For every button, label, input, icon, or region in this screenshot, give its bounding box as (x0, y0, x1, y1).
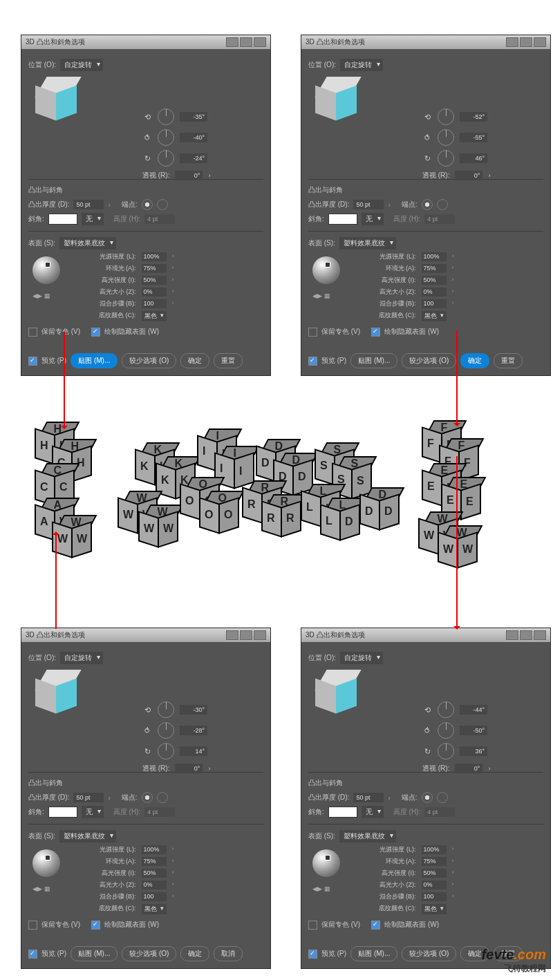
light-buttons[interactable]: ◀▶ ▦ (32, 292, 50, 299)
map-art-button[interactable]: 贴图 (M)... (71, 353, 118, 368)
rot-x-input[interactable]: -35° (180, 112, 207, 122)
surface-dropdown[interactable]: 塑料效果底纹 (59, 830, 116, 842)
surface-dropdown[interactable]: 塑料效果底纹 (339, 237, 396, 249)
reset-button[interactable]: 重置 (494, 353, 523, 368)
close-icon[interactable] (534, 630, 546, 640)
letter-block[interactable]: L L D (320, 498, 362, 543)
rot-z-dial[interactable] (438, 743, 454, 760)
titlebar[interactable]: 3D 凸出和斜角选项 (21, 35, 270, 49)
rot-y-dial[interactable] (438, 129, 454, 146)
min-icon[interactable] (506, 37, 518, 47)
depth-input[interactable]: 50 pt (73, 200, 104, 209)
preview-checkbox[interactable] (28, 357, 37, 366)
light-sphere[interactable] (312, 256, 340, 284)
cap-off-icon[interactable] (437, 792, 448, 803)
shade-color-dropdown[interactable]: 黑色 (422, 311, 447, 321)
arrow-icon[interactable]: › (108, 794, 110, 802)
rot-z-input[interactable]: -24° (180, 153, 207, 163)
fewer-options-button[interactable]: 较少选项 (O) (402, 353, 456, 368)
letter-block[interactable]: O O O (199, 491, 241, 536)
ambient-input[interactable]: 75% (142, 264, 167, 273)
light-buttons[interactable]: ◀▶ ▦ (312, 885, 330, 892)
rot-x-input[interactable]: -44° (460, 705, 487, 715)
highlight-intensity-input[interactable]: 50% (422, 276, 447, 285)
cap-off-icon[interactable] (157, 792, 168, 803)
max-icon[interactable] (240, 37, 252, 47)
cancel-button[interactable]: 取消 (214, 946, 243, 961)
min-icon[interactable] (226, 630, 238, 640)
blend-steps-input[interactable]: 100 (422, 892, 447, 901)
arrow-icon[interactable]: › (452, 845, 454, 854)
arrow-icon[interactable]: › (452, 276, 454, 285)
surface-dropdown[interactable]: 塑料效果底纹 (339, 830, 396, 842)
preview-checkbox[interactable] (308, 950, 317, 959)
light-intensity-input[interactable]: 100% (142, 252, 167, 261)
rot-x-dial[interactable] (158, 701, 174, 718)
perspective-input[interactable]: 0° (455, 764, 482, 773)
blend-steps-input[interactable]: 100 (142, 299, 167, 308)
surface-dropdown[interactable]: 塑料效果底纹 (59, 237, 116, 249)
close-icon[interactable] (254, 630, 266, 640)
depth-input[interactable]: 50 pt (353, 200, 384, 209)
bevel-swatch[interactable] (48, 807, 77, 818)
arrow-icon[interactable]: › (172, 869, 174, 878)
rot-z-input[interactable]: 46° (460, 153, 487, 163)
perspective-input[interactable]: 0° (175, 764, 203, 773)
highlight-intensity-input[interactable]: 50% (142, 869, 167, 878)
draw-hidden-checkbox[interactable] (91, 921, 100, 930)
cap-off-icon[interactable] (437, 199, 448, 210)
rot-y-dial[interactable] (158, 129, 174, 146)
light-sphere[interactable] (32, 849, 60, 877)
bevel-swatch[interactable] (48, 214, 77, 225)
letter-block[interactable]: W W W (52, 515, 93, 560)
rot-y-input[interactable]: -40° (180, 133, 207, 142)
cap-on-icon[interactable] (142, 199, 153, 210)
bevel-dropdown[interactable]: 无 (362, 806, 384, 818)
rot-x-input[interactable]: -52° (460, 112, 487, 122)
max-icon[interactable] (520, 37, 532, 47)
rot-z-dial[interactable] (158, 150, 174, 167)
highlight-size-input[interactable]: 0% (142, 880, 167, 889)
highlight-size-input[interactable]: 0% (422, 880, 447, 889)
perspective-input[interactable]: 0° (175, 171, 203, 180)
letter-block[interactable]: W W W (438, 525, 479, 571)
rot-y-input[interactable]: -55° (460, 133, 487, 142)
rot-x-input[interactable]: -30° (180, 705, 207, 715)
min-icon[interactable] (506, 630, 518, 640)
preview-checkbox[interactable] (28, 950, 37, 959)
fewer-options-button[interactable]: 较少选项 (O) (122, 946, 176, 961)
light-buttons[interactable]: ◀▶ ▦ (312, 292, 330, 299)
arrow-icon[interactable]: › (452, 252, 454, 261)
light-intensity-input[interactable]: 100% (142, 845, 167, 854)
rot-x-dial[interactable] (438, 109, 454, 125)
arrow-icon[interactable]: › (388, 201, 390, 209)
preserve-spot-checkbox[interactable] (28, 921, 37, 930)
titlebar[interactable]: 3D 凸出和斜角选项 (301, 628, 550, 642)
arrow-icon[interactable]: › (452, 299, 454, 308)
titlebar[interactable]: 3D 凸出和斜角选项 (21, 628, 270, 642)
cap-on-icon[interactable] (422, 199, 433, 210)
min-icon[interactable] (226, 37, 238, 47)
bevel-dropdown[interactable]: 无 (362, 213, 384, 225)
cube-preview[interactable] (314, 77, 362, 125)
blend-steps-input[interactable]: 100 (142, 892, 167, 901)
letter-block[interactable]: W W W (138, 505, 180, 550)
highlight-intensity-input[interactable]: 50% (142, 276, 167, 285)
arrow-icon[interactable]: › (388, 794, 390, 802)
titlebar[interactable]: 3D 凸出和斜角选项 (301, 35, 550, 49)
rot-z-dial[interactable] (158, 743, 174, 760)
rot-x-dial[interactable] (158, 109, 174, 125)
reset-button[interactable]: 重置 (214, 353, 243, 368)
close-icon[interactable] (254, 37, 266, 47)
arrow-icon[interactable]: › (452, 288, 454, 296)
rot-y-dial[interactable] (438, 722, 454, 739)
cap-on-icon[interactable] (422, 792, 433, 803)
rot-y-input[interactable]: -50° (460, 726, 487, 735)
ok-button[interactable]: 确定 (180, 353, 209, 368)
cube-preview[interactable] (34, 670, 82, 718)
highlight-size-input[interactable]: 0% (142, 288, 167, 296)
arrow-icon[interactable]: › (172, 845, 174, 854)
highlight-size-input[interactable]: 0% (422, 288, 447, 296)
shade-color-dropdown[interactable]: 黑色 (142, 904, 167, 914)
ambient-input[interactable]: 75% (422, 857, 447, 866)
